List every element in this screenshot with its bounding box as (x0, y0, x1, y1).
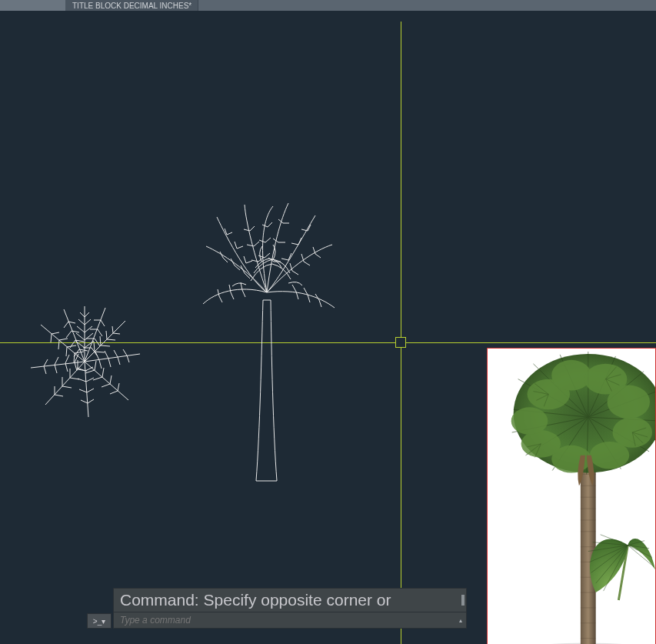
document-tab-bar: TITLE BLOCK DECIMAL INCHES* (0, 0, 656, 11)
dropdown-icon: ▾ (102, 617, 105, 626)
tab-label: TITLE BLOCK DECIMAL INCHES* (72, 2, 191, 10)
palm-plan-symbol[interactable] (27, 302, 142, 421)
palm-photo-image[interactable] (487, 348, 656, 644)
command-input[interactable] (114, 612, 455, 628)
tab-bar-remainder (198, 0, 656, 11)
crosshair-pickbox (395, 337, 406, 348)
command-scroll-indicator[interactable] (461, 595, 465, 606)
drawing-canvas[interactable] (0, 11, 656, 644)
document-tab-active[interactable]: TITLE BLOCK DECIMAL INCHES* (66, 0, 198, 11)
crosshair-vertical (401, 22, 401, 644)
svg-point-26 (511, 407, 548, 435)
command-history-text: Command: Specify opposite corner or (120, 591, 391, 609)
svg-point-21 (608, 385, 650, 419)
palm-elevation-symbol[interactable] (200, 200, 338, 485)
command-history-line[interactable]: Command: Specify opposite corner or (113, 588, 467, 612)
command-prompt-icon: >_ (93, 617, 102, 626)
command-line-panel: Command: Specify opposite corner or ▴ (113, 588, 467, 629)
command-line-handle[interactable]: >_▾ (87, 613, 112, 629)
command-expand-icon[interactable]: ▴ (455, 617, 466, 624)
command-input-row: ▴ (113, 612, 467, 629)
tab-spacer (0, 0, 66, 11)
svg-point-23 (590, 442, 630, 469)
